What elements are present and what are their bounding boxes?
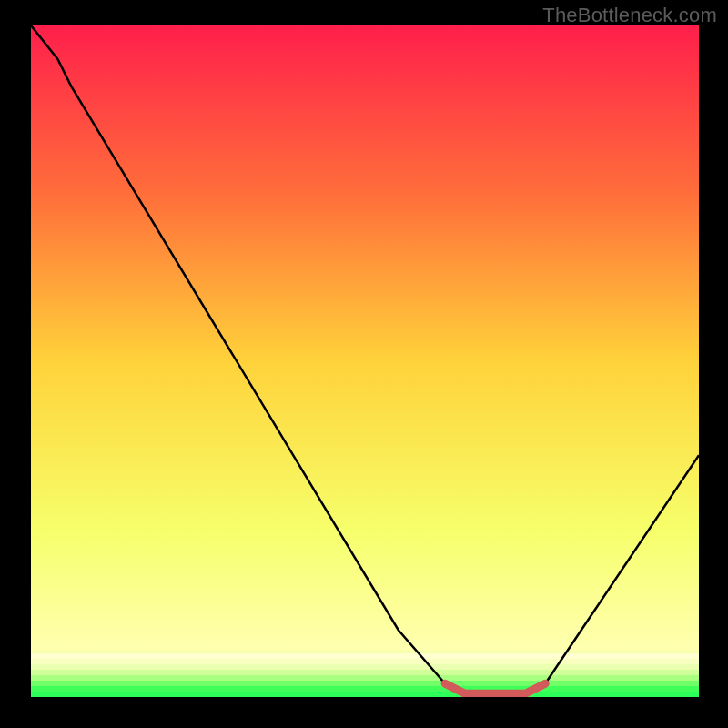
chart-svg	[31, 25, 699, 697]
svg-rect-0	[31, 653, 699, 659]
svg-rect-1	[31, 659, 699, 664]
svg-rect-7	[31, 692, 699, 697]
svg-rect-2	[31, 664, 699, 670]
watermark-text: TheBottleneck.com	[542, 4, 717, 27]
svg-rect-6	[31, 686, 699, 692]
svg-rect-5	[31, 681, 699, 686]
chart-canvas	[31, 25, 699, 697]
chart-bottom-stripes	[31, 653, 699, 697]
svg-rect-4	[31, 675, 699, 681]
svg-rect-3	[31, 670, 699, 675]
chart-background	[31, 25, 699, 697]
